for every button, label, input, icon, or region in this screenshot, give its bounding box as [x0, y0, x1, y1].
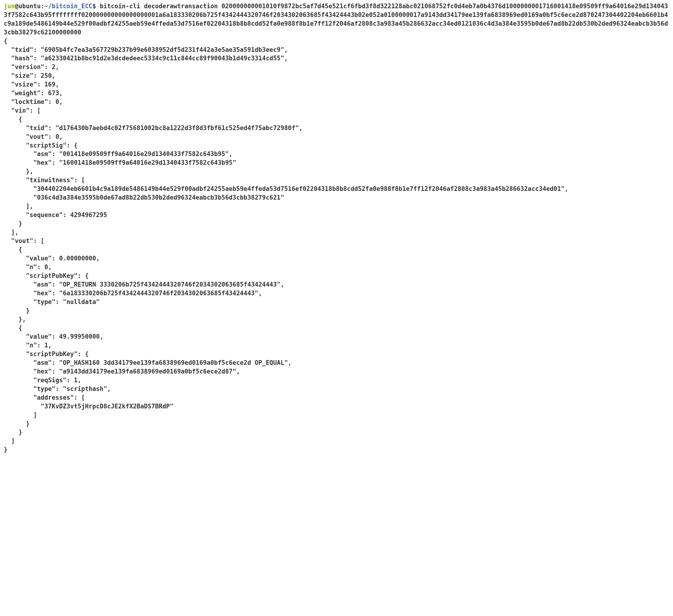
vout1-hex: a9143dd34179ee139fa6838969ed0169a0bf5c6e… — [63, 368, 232, 375]
vout0-type: nulldata — [66, 298, 96, 305]
txinwitness-1-value: 036c4d3a384e3595b0de67ad8b22db530b2ded96… — [37, 194, 280, 201]
weight-value: 673 — [48, 89, 59, 97]
vin-vout-value: 0 — [55, 133, 59, 140]
prompt-colon: : — [41, 3, 44, 10]
terminal-output[interactable]: jun@ubuntu:~/bitcoin_ECC$ bitcoin-cli de… — [0, 0, 673, 456]
command-text: bitcoin-cli decoderawtransaction 0200000… — [4, 3, 668, 36]
vin-txid-value: d176430b7aebd4c02f75681002bc8a1222d3f8d3… — [59, 124, 295, 131]
vsize-value: 169 — [44, 81, 55, 88]
vout0-asm: OP_RETURN 3330206b725f4342444320746f2034… — [63, 281, 277, 288]
scriptsig-hex-value: 16001418e09509ff9a64016e29d1340433f7582c… — [63, 159, 232, 166]
prompt-dollar: $ — [92, 3, 96, 10]
sequence-value: 4294967295 — [70, 211, 107, 219]
size-value: 250 — [41, 72, 52, 79]
vout1-asm: OP_HASH160 3dd34179ee139fa6838969ed0169a… — [63, 359, 284, 366]
vout1-reqsigs: 1 — [74, 377, 77, 384]
txinwitness-0-value: 304402204eb6601b4c9a189de5486149b44e529f… — [37, 185, 561, 192]
vout0-n: 0 — [44, 264, 48, 271]
txid-value: 6905b4fc7ea3a567729b237b99e6038952df5d23… — [44, 46, 280, 53]
prompt-user: jun — [4, 3, 15, 10]
vout0-value: 0.00000000 — [59, 255, 96, 262]
vout1-type: scripthash — [66, 385, 103, 392]
locktime-value: 0 — [55, 98, 59, 105]
vout1-n: 1 — [44, 342, 48, 349]
prompt-at: @ — [15, 3, 19, 10]
vout1-address-0: 37KvDZ3vt5jHrpcD8cJE2kfX2BaDS7BRdP — [44, 403, 170, 410]
prompt-host: ubuntu — [19, 3, 41, 10]
prompt-path: ~/bitcoin_ECC — [44, 3, 92, 10]
vout0-hex: 6a183330206b725f4342444320746f2034302063… — [63, 290, 255, 297]
vout1-value: 49.99950000 — [59, 333, 100, 340]
version-value: 2 — [52, 63, 56, 70]
hash-value: a62330421b8bc91d2e3dcdedeec5334c9c11c844… — [44, 55, 280, 62]
scriptsig-asm-value: 001418e09509ff9a64016e29d1340433f7582c64… — [63, 150, 225, 158]
